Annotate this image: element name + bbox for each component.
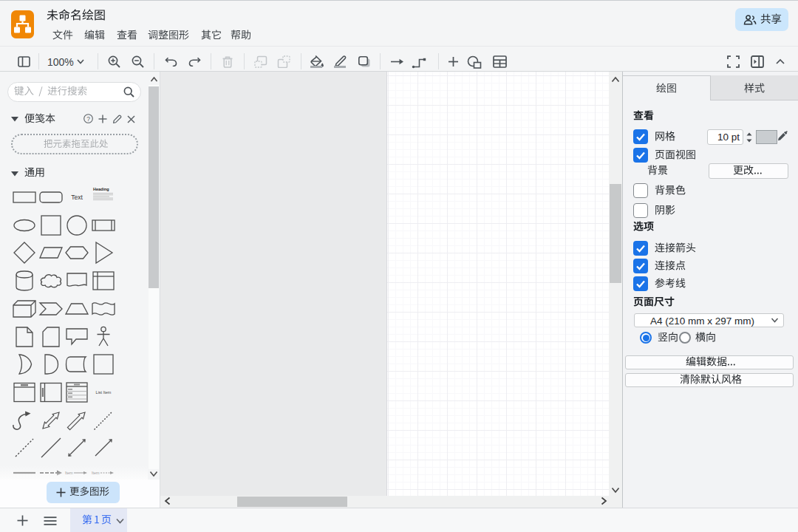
svg-text:Heading: Heading xyxy=(93,187,109,191)
svg-text:?: ? xyxy=(86,115,90,123)
svg-text:Text: Text xyxy=(72,194,83,201)
svg-text:List Item: List Item xyxy=(96,390,112,395)
